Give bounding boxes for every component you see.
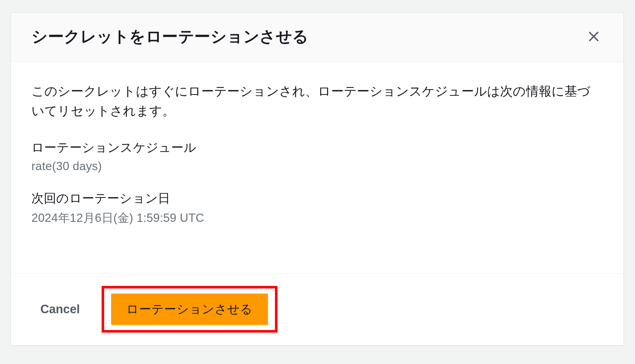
field-next-rotation: 次回のローテーション日 2024年12月6日(金) 1:59:59 UTC: [31, 190, 603, 226]
close-icon: [587, 30, 600, 43]
rotate-button[interactable]: ローテーションさせる: [111, 294, 268, 325]
rotation-schedule-label: ローテーションスケジュール: [31, 140, 603, 156]
modal-footer: Cancel ローテーションさせる: [11, 274, 624, 345]
rotate-secret-modal: シークレットをローテーションさせる このシークレットはすぐにローテーションされ、…: [10, 12, 624, 346]
field-rotation-schedule: ローテーションスケジュール rate(30 days): [31, 140, 603, 173]
modal-body: このシークレットはすぐにローテーションされ、ローテーションスケジュールは次の情報…: [11, 62, 624, 274]
rotation-schedule-value: rate(30 days): [31, 160, 603, 173]
next-rotation-value: 2024年12月6日(金) 1:59:59 UTC: [31, 210, 603, 226]
modal-title: シークレットをローテーションさせる: [31, 27, 309, 46]
modal-description: このシークレットはすぐにローテーションされ、ローテーションスケジュールは次の情報…: [31, 81, 603, 121]
modal-header: シークレットをローテーションさせる: [11, 13, 624, 62]
highlight-annotation: ローテーションさせる: [102, 286, 277, 333]
close-button[interactable]: [585, 27, 603, 46]
next-rotation-label: 次回のローテーション日: [31, 190, 603, 207]
cancel-button[interactable]: Cancel: [31, 299, 89, 319]
